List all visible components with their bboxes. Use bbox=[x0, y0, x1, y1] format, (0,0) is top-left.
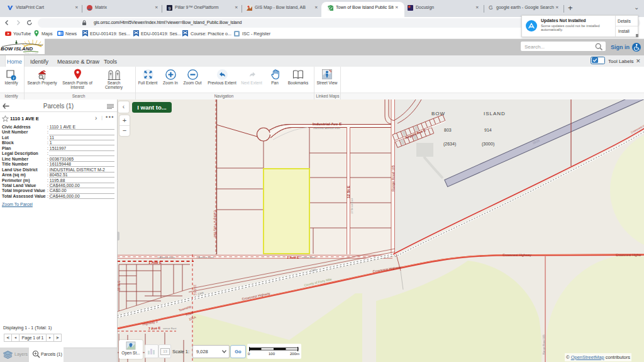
svg-text:12 St E: 12 St E bbox=[347, 186, 350, 198]
svg-text:venue East: venue East bbox=[302, 256, 316, 259]
svg-text:BOW: BOW bbox=[431, 111, 445, 116]
svg-text:1 Ave E: 1 Ave E bbox=[148, 261, 162, 264]
svg-text:803: 803 bbox=[444, 128, 452, 132]
svg-text:1 Avenue East: 1 Avenue East bbox=[196, 256, 214, 259]
svg-text:venue East: venue East bbox=[163, 327, 177, 330]
svg-text:(3000): (3000) bbox=[482, 142, 494, 147]
svg-text:(2634): (2634) bbox=[443, 142, 456, 147]
svg-text:welcome to our island: welcome to our island bbox=[25, 52, 38, 54]
svg-text:County of Forty Mile: County of Forty Mile bbox=[213, 210, 216, 237]
svg-text:Crowsnest Highway: Crowsnest Highway bbox=[502, 253, 531, 257]
svg-text:1 Ave E: 1 Ave E bbox=[287, 256, 299, 259]
svg-text:ISLAND: ISLAND bbox=[484, 111, 506, 116]
svg-text:Industrial Avenue East: Industrial Avenue East bbox=[313, 127, 340, 130]
svg-text:Range Road 105: Range Road 105 bbox=[391, 165, 395, 191]
svg-text:10-0-5 E: 10-0-5 E bbox=[193, 285, 196, 295]
svg-text:Industrial Ave E: Industrial Ave E bbox=[313, 122, 341, 126]
svg-text:Range Road 105: Range Road 105 bbox=[542, 334, 545, 354]
svg-text:12 Street East: 12 Street East bbox=[350, 198, 353, 214]
svg-text:Crowsnest Highw: Crowsnest Highw bbox=[616, 253, 641, 257]
svg-text:BOW ISLAND: BOW ISLAND bbox=[1, 46, 33, 52]
svg-text:9: 9 bbox=[169, 6, 171, 11]
svg-text:1 Avenue East: 1 Avenue East bbox=[157, 256, 175, 259]
svg-text:914: 914 bbox=[484, 128, 492, 132]
